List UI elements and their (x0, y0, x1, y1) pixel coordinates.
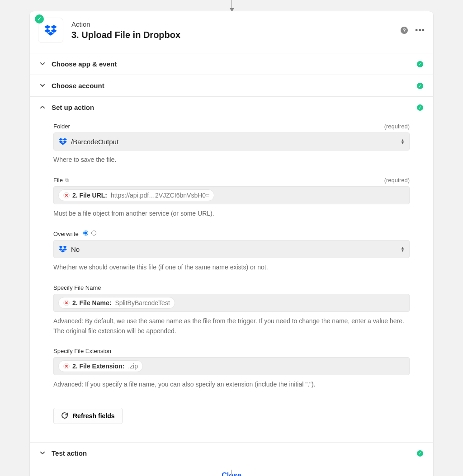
pdfco-icon (63, 300, 70, 306)
svg-marker-9 (61, 142, 65, 145)
svg-marker-15 (63, 248, 67, 251)
connector-line-bottom (231, 470, 232, 476)
svg-marker-16 (61, 250, 65, 253)
section-label: Set up action (52, 104, 94, 111)
svg-point-20 (66, 366, 67, 368)
overwrite-value: No (71, 245, 80, 253)
dynamic-tag-file-extension[interactable]: 2. File Extension: .zip (58, 360, 143, 372)
field-file: File ⧉ (required) 2. File URL: https://a… (30, 174, 433, 219)
svg-marker-0 (44, 25, 51, 29)
svg-marker-7 (59, 141, 63, 143)
helper-text: Must be a file object from another servi… (53, 209, 410, 219)
helper-text: Advanced: If you specify a file name, yo… (53, 380, 410, 390)
refresh-icon (61, 412, 68, 420)
status-complete-icon: ✓ (417, 450, 423, 457)
pdfco-icon (63, 363, 70, 369)
refresh-label: Refresh fields (73, 412, 115, 419)
more-menu-icon[interactable]: ••• (415, 26, 425, 35)
overwrite-radio-on[interactable] (83, 231, 88, 236)
action-step-card: ✓ Action 3. Upload File in Dropbox ? ••• (29, 11, 434, 476)
file-extension-input[interactable]: 2. File Extension: .zip (53, 357, 410, 375)
field-folder: Folder (required) /BarcodeOutput ▲▼ Wher… (30, 120, 433, 165)
section-test-action[interactable]: Test action ✓ (30, 442, 433, 464)
select-caret-icon: ▲▼ (401, 246, 405, 252)
tag-label: 2. File Extension: (72, 363, 124, 370)
svg-point-18 (66, 302, 67, 304)
field-label: Specify File Name (53, 284, 101, 291)
section-label: Choose account (52, 82, 104, 90)
section-label: Choose app & event (52, 60, 117, 68)
section-choose-account[interactable]: Choose account ✓ (30, 75, 433, 96)
section-choose-app[interactable]: Choose app & event ✓ (30, 53, 433, 75)
card-header: ✓ Action 3. Upload File in Dropbox ? ••• (30, 11, 433, 53)
required-tag: (required) (384, 177, 410, 184)
chevron-down-icon (40, 61, 47, 68)
field-label: Specify File Extension (53, 348, 111, 354)
svg-marker-1 (51, 25, 57, 29)
helper-text: Where to save the file. (53, 155, 410, 165)
section-label: Test action (52, 449, 87, 457)
check-badge-icon: ✓ (35, 14, 44, 24)
status-complete-icon: ✓ (417, 104, 423, 111)
card-header-text: Action 3. Upload File in Dropbox (71, 20, 180, 40)
chevron-up-icon (40, 104, 47, 111)
file-input[interactable]: 2. File URL: https://api.pdf…2VJZCI6bnVs… (53, 186, 410, 204)
section-setup-action: Set up action ✓ Folder (required) /Barco… (30, 96, 433, 442)
field-label: Folder (53, 123, 70, 130)
svg-marker-5 (59, 138, 63, 141)
status-complete-icon: ✓ (417, 61, 423, 67)
tag-label: 2. File Name: (72, 299, 111, 306)
field-file-extension: Specify File Extension 2. File Extension… (30, 345, 433, 390)
dropbox-icon (58, 245, 67, 254)
helper-text: Advanced: By default, we use the same na… (53, 316, 410, 336)
svg-marker-6 (63, 138, 67, 141)
overwrite-radio-off[interactable] (91, 231, 96, 236)
overwrite-radio-group[interactable] (82, 230, 98, 237)
tag-value: .zip (128, 363, 138, 370)
overwrite-select[interactable]: No ▲▼ (53, 240, 410, 258)
helper-text: Whether we should overwrite this file (i… (53, 263, 410, 273)
field-label: File (53, 177, 63, 184)
file-name-input[interactable]: 2. File Name: SplitByBarcodeTest (53, 294, 410, 312)
dynamic-tag-file-url[interactable]: 2. File URL: https://api.pdf…2VJZCI6bnVs… (58, 189, 214, 201)
copy-icon[interactable]: ⧉ (65, 177, 69, 183)
tag-value: SplitByBarcodeTest (115, 299, 170, 306)
svg-marker-13 (63, 246, 67, 249)
dropbox-icon (58, 137, 67, 146)
svg-marker-14 (59, 248, 63, 251)
refresh-fields-button[interactable]: Refresh fields (53, 408, 123, 424)
chevron-down-icon (40, 450, 47, 457)
tag-label: 2. File URL: (72, 192, 107, 199)
app-icon-dropbox: ✓ (38, 18, 63, 43)
folder-value: /BarcodeOutput (71, 138, 118, 146)
svg-marker-8 (63, 141, 67, 143)
select-caret-icon: ▲▼ (401, 139, 405, 144)
svg-marker-12 (59, 246, 63, 249)
field-label: Overwrite (53, 231, 79, 237)
header-title: 3. Upload File in Dropbox (71, 30, 180, 40)
chevron-down-icon (40, 82, 47, 90)
pdfco-icon (63, 192, 70, 198)
field-file-name: Specify File Name 2. File Name: SplitByB… (30, 282, 433, 336)
svg-point-11 (66, 194, 67, 196)
folder-select[interactable]: /BarcodeOutput ▲▼ (53, 132, 410, 151)
status-complete-icon: ✓ (417, 83, 423, 89)
tag-value: https://api.pdf…2VJZCI6bnVsbH0= (111, 192, 209, 199)
help-icon[interactable]: ? (401, 27, 408, 34)
dropbox-icon (44, 25, 57, 36)
section-setup-header[interactable]: Set up action ✓ (30, 97, 433, 120)
connector-line-top (231, 0, 232, 10)
required-tag: (required) (384, 123, 410, 130)
dynamic-tag-file-name[interactable]: 2. File Name: SplitByBarcodeTest (58, 297, 175, 309)
header-super: Action (71, 20, 180, 28)
field-overwrite: Overwrite No ▲▼ Whether we should overwr… (30, 227, 433, 273)
